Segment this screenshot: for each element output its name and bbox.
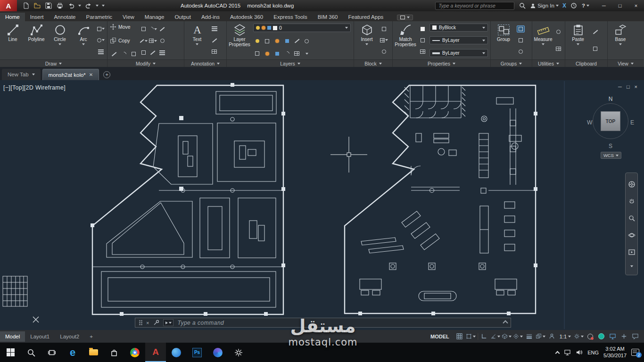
modify-more-icon[interactable]	[158, 49, 166, 56]
layer-dropdown[interactable]: 0	[253, 24, 351, 32]
group-selection-icon[interactable]	[517, 48, 525, 55]
layer-walk-icon[interactable]	[303, 38, 311, 45]
fillet-tool-icon[interactable]	[149, 25, 157, 33]
ribbon-tab-home[interactable]: Home	[0, 13, 25, 21]
quick-calc-icon[interactable]	[554, 45, 562, 52]
model-space-indicator[interactable]: MODEL	[427, 334, 453, 339]
viewcube-south[interactable]: S	[609, 143, 612, 149]
undo-button[interactable]	[67, 2, 75, 10]
file-tab-close-icon[interactable]: ✕	[89, 72, 93, 77]
qat-customize-caret[interactable]	[102, 5, 105, 7]
copy-clip-icon[interactable]	[591, 45, 599, 52]
ribbon-tab-addins[interactable]: Add-ins	[196, 13, 225, 21]
annotation-scale-button[interactable]: 1:1	[558, 334, 572, 339]
layer-state-icon[interactable]	[293, 50, 301, 57]
copy-tool-button[interactable]: Copy	[110, 37, 138, 44]
network-tray-icon[interactable]	[564, 349, 571, 356]
table-tool-icon[interactable]	[210, 48, 218, 55]
app-menu-button[interactable]: A	[0, 0, 17, 11]
layer-unisolate-icon[interactable]	[253, 50, 261, 57]
drawing-canvas[interactable]	[0, 80, 644, 330]
orbit-icon[interactable]	[628, 231, 636, 239]
rectangle-tool-icon[interactable]	[97, 25, 105, 33]
annotation-monitor-toggle[interactable]	[547, 331, 557, 341]
text-tool-button[interactable]: A Text	[186, 22, 208, 58]
layer-freeze-icon[interactable]	[273, 38, 281, 45]
cut-clip-icon[interactable]	[591, 28, 599, 35]
autocad-taskbar-icon[interactable]: A	[145, 343, 166, 362]
taskbar-search-button[interactable]	[21, 343, 41, 362]
redo-button[interactable]	[84, 2, 92, 10]
layer-unlock-icon[interactable]	[273, 50, 281, 57]
erase-tool-icon[interactable]	[140, 49, 148, 56]
new-file-button[interactable]	[22, 2, 30, 10]
clean-screen-button[interactable]	[619, 331, 629, 341]
layer-lock-tool-icon[interactable]	[283, 38, 291, 45]
list-properties-icon[interactable]	[419, 48, 427, 55]
circle-tool-button[interactable]: Circle	[49, 22, 71, 58]
file-explorer-icon[interactable]	[83, 343, 104, 362]
view-panel-title[interactable]: View	[608, 59, 644, 67]
open-file-button[interactable]	[33, 2, 41, 10]
object-isolate-button[interactable]	[585, 331, 595, 341]
zoom-icon[interactable]	[628, 214, 636, 222]
viewport-view-button[interactable]: [Top]	[10, 84, 24, 91]
task-view-button[interactable]	[41, 343, 62, 362]
ribbon-tab-view[interactable]: View	[117, 13, 140, 21]
navigation-bar[interactable]	[625, 173, 638, 275]
clipboard-panel-title[interactable]: Clipboard	[565, 59, 607, 67]
utilities-panel-title[interactable]: Utilities	[532, 59, 565, 67]
layers-panel-title[interactable]: Layers	[227, 59, 354, 67]
mirror-tool-icon[interactable]	[140, 25, 148, 33]
color-dropdown[interactable]: ByBlock	[429, 24, 488, 32]
paste-button[interactable]: Paste	[567, 22, 589, 58]
move-tool-button[interactable]: Move	[110, 24, 138, 30]
ribbon-minimize-button[interactable]	[397, 15, 413, 20]
settings-icon[interactable]	[228, 343, 249, 362]
ribbon-tab-express-tools[interactable]: Express Tools	[268, 13, 312, 21]
redo-dropdown-caret[interactable]	[96, 5, 99, 7]
layer-properties-button[interactable]: Layer Properties	[228, 22, 251, 58]
ribbon-tab-parametric[interactable]: Parametric	[81, 13, 118, 21]
block-panel-title[interactable]: Block	[354, 59, 392, 67]
insert-block-button[interactable]: Insert	[355, 22, 378, 58]
draw-panel-title[interactable]: Draw	[0, 59, 107, 67]
hardware-acceleration-button[interactable]	[596, 331, 606, 341]
tray-chevron-icon[interactable]	[555, 351, 560, 355]
layer-isolate-icon[interactable]	[263, 38, 271, 45]
exchange-apps-icon[interactable]: X	[562, 2, 566, 9]
blue-app-icon[interactable]	[166, 343, 187, 362]
language-indicator[interactable]: ENG	[587, 350, 599, 355]
navbar-caret[interactable]	[630, 265, 633, 267]
maximize-button[interactable]: □	[612, 0, 628, 11]
command-line-grip[interactable]	[139, 320, 142, 325]
extend-tool-icon[interactable]	[149, 49, 157, 56]
search-input[interactable]	[435, 2, 514, 10]
properties-panel-title[interactable]: Properties	[393, 59, 490, 67]
ribbon-tab-featured-apps[interactable]: Featured Apps	[343, 13, 388, 21]
drawing-area[interactable]: [−] [Top] [2D Wireframe] ─ □ × N TOP W E…	[0, 80, 644, 330]
object-color-icon[interactable]	[419, 25, 427, 33]
command-history-chevron[interactable]	[503, 320, 508, 325]
graphics-performance-button[interactable]	[608, 331, 618, 341]
communication-center-icon[interactable]	[570, 2, 578, 10]
arc-tool-button[interactable]: Arc	[72, 22, 95, 58]
drawing-close-icon[interactable]: ×	[635, 84, 637, 90]
ribbon-tab-output[interactable]: Output	[169, 13, 196, 21]
array-tool-icon[interactable]	[149, 37, 157, 44]
close-button[interactable]: ×	[628, 0, 644, 11]
dimension-tool-icon[interactable]	[210, 25, 218, 33]
search-icon[interactable]	[518, 2, 526, 10]
grid-display-toggle[interactable]	[454, 331, 464, 341]
stretch-tool-icon[interactable]	[110, 50, 118, 58]
ribbon-tab-annotate[interactable]: Annotate	[49, 13, 81, 21]
add-layout-button[interactable]: +	[84, 331, 98, 342]
store-icon[interactable]	[104, 343, 124, 362]
photoshop-icon[interactable]: Ps	[187, 343, 207, 362]
isodraft-toggle[interactable]	[502, 331, 512, 341]
viewport-style-button[interactable]: [2D Wireframe]	[24, 84, 66, 91]
clock[interactable]: 3:02 AM 5/30/2017	[603, 346, 627, 359]
lineweight-dropdown[interactable]: ByLayer	[429, 49, 488, 57]
ellipse-tool-icon[interactable]	[97, 37, 105, 44]
edge-icon[interactable]: e	[62, 343, 83, 362]
